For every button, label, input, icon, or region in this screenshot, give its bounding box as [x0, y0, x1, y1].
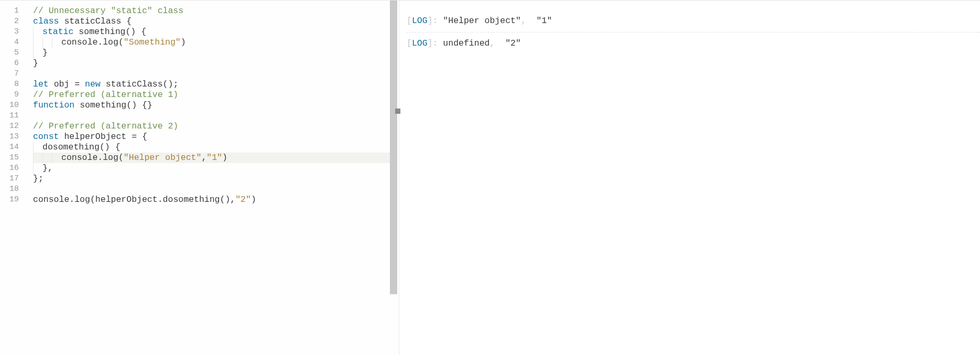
code-line[interactable]	[33, 69, 397, 79]
log-tag: LOG	[412, 16, 428, 26]
line-number: 3	[0, 27, 19, 37]
line-number: 10	[0, 100, 19, 111]
log-separator	[407, 32, 980, 33]
code-line[interactable]: console.log("Helper object","1")	[33, 153, 397, 163]
log-value: "Helper object"	[443, 16, 521, 26]
code-token: log	[74, 195, 90, 205]
code-line[interactable]: let obj = new staticClass();	[33, 79, 397, 90]
code-line[interactable]: console.log(helperObject.dosomething(),"…	[33, 195, 397, 205]
ide-container: 12345678910111213141516171819 // Unneces…	[0, 0, 980, 355]
code-line[interactable]: }	[33, 48, 397, 58]
log-value: ,	[521, 16, 537, 26]
code-line[interactable]: class staticClass {	[33, 16, 397, 27]
code-token	[59, 132, 64, 142]
code-token: };	[33, 174, 43, 184]
code-token: staticClass	[64, 16, 121, 26]
code-token: "Helper object"	[124, 153, 202, 163]
line-number: 6	[0, 58, 19, 69]
editor-pane: 12345678910111213141516171819 // Unneces…	[0, 1, 397, 355]
code-token: // Unnecessary "static" class	[33, 6, 183, 16]
code-token: function	[33, 100, 74, 110]
line-number: 11	[0, 111, 19, 121]
code-token: "2"	[235, 195, 251, 205]
splitter-handle-icon[interactable]	[395, 109, 400, 114]
code-line[interactable]: },	[33, 163, 397, 174]
code-token: something	[79, 27, 125, 37]
code-token: staticClass	[106, 79, 163, 89]
code-token: (	[118, 37, 124, 47]
code-token: )	[251, 195, 256, 205]
code-token	[49, 79, 54, 89]
code-token: // Preferred (alternative 1)	[33, 90, 178, 100]
code-token: static	[42, 27, 73, 37]
code-token	[59, 16, 64, 26]
line-number: 13	[0, 132, 19, 142]
line-number: 2	[0, 16, 19, 27]
code-line[interactable]	[33, 111, 397, 121]
line-number: 5	[0, 48, 19, 58]
code-token: ,	[201, 153, 206, 163]
code-line[interactable]: dosomething() {	[33, 142, 397, 153]
code-line[interactable]: // Preferred (alternative 2)	[33, 121, 397, 132]
code-line[interactable]: // Preferred (alternative 1)	[33, 90, 397, 100]
code-token: console	[61, 153, 97, 163]
code-token: class	[33, 16, 59, 26]
code-token	[101, 79, 106, 89]
code-token: = {	[126, 132, 147, 142]
code-token: let	[33, 79, 49, 89]
code-token: .	[97, 153, 103, 163]
code-token: (	[118, 153, 124, 163]
code-token: "Something"	[124, 37, 181, 47]
line-number: 7	[0, 69, 19, 79]
code-token: helperObject	[64, 132, 126, 142]
line-number: 9	[0, 90, 19, 100]
code-line[interactable]: // Unnecessary "static" class	[33, 6, 397, 16]
code-token: () {	[125, 27, 146, 37]
line-number: 17	[0, 174, 19, 184]
line-number: 15	[0, 153, 19, 163]
code-token	[73, 27, 79, 37]
line-number: 12	[0, 121, 19, 132]
code-line[interactable]: }	[33, 58, 397, 69]
console-log-line: [LOG]: undefined, "2"	[407, 38, 980, 49]
log-value: "1"	[537, 16, 552, 26]
line-number: 16	[0, 163, 19, 174]
pane-splitter[interactable]	[397, 1, 399, 355]
code-token: (),	[220, 195, 236, 205]
code-editor[interactable]: // Unnecessary "static" classclass stati…	[26, 1, 397, 355]
log-value: ,	[489, 38, 505, 48]
console-log-line: [LOG]: "Helper object", "1"	[407, 15, 980, 27]
code-line[interactable]: static something() {	[33, 27, 397, 37]
code-token: }	[33, 58, 38, 68]
console-output-pane: [LOG]: "Helper object", "1"[LOG]: undefi…	[399, 1, 980, 355]
code-token: () {	[100, 142, 121, 152]
code-token: (	[90, 195, 95, 205]
code-token: }	[42, 48, 48, 58]
line-number: 14	[0, 142, 19, 153]
code-line[interactable]	[33, 184, 397, 195]
code-line[interactable]: const helperObject = {	[33, 132, 397, 142]
code-line[interactable]: console.log("Something")	[33, 37, 397, 48]
code-token: .	[69, 195, 74, 205]
log-value: "2"	[505, 38, 521, 48]
code-token: const	[33, 132, 59, 142]
code-token: ();	[163, 79, 179, 89]
line-number: 19	[0, 195, 19, 205]
code-token: log	[103, 153, 118, 163]
line-number-gutter: 12345678910111213141516171819	[0, 1, 26, 355]
log-value: undefined	[443, 38, 489, 48]
code-line[interactable]: function something() {}	[33, 100, 397, 111]
code-line[interactable]: };	[33, 174, 397, 184]
code-token: )	[181, 37, 186, 47]
code-token: helperObject	[95, 195, 158, 205]
code-token: .	[158, 195, 163, 205]
code-token: .	[97, 37, 103, 47]
code-token: dosomething	[42, 142, 100, 152]
editor-scrollbar[interactable]	[390, 1, 397, 294]
code-token: something	[80, 100, 126, 110]
code-token: console	[33, 195, 69, 205]
code-token: =	[69, 79, 85, 89]
log-tag: LOG	[412, 38, 428, 48]
code-token: log	[103, 37, 118, 47]
line-number: 1	[0, 6, 19, 16]
